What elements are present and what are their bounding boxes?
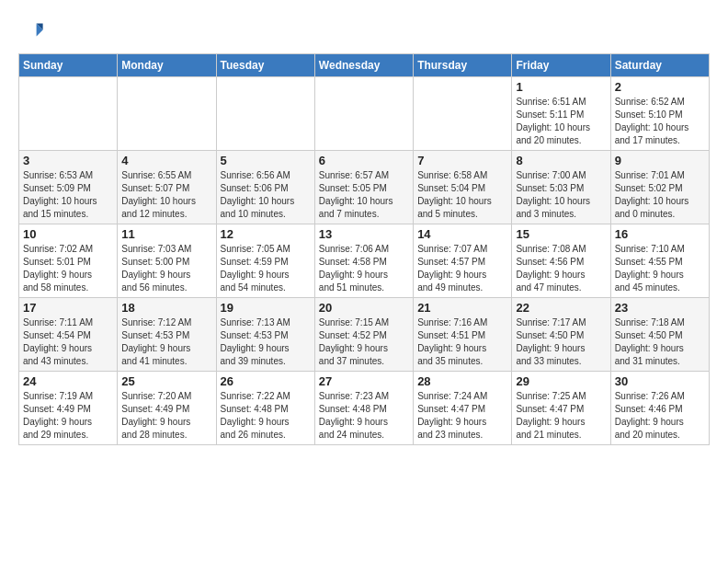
day-header-friday: Friday xyxy=(512,54,610,77)
calendar-cell: 13Sunrise: 7:06 AMSunset: 4:58 PMDayligh… xyxy=(314,224,413,298)
calendar-cell: 11Sunrise: 7:03 AMSunset: 5:00 PMDayligh… xyxy=(118,224,216,298)
day-info: Sunrise: 7:20 AMSunset: 4:49 PMDaylight:… xyxy=(121,390,211,442)
calendar-cell: 5Sunrise: 6:56 AMSunset: 5:06 PMDaylight… xyxy=(216,151,314,224)
day-number: 8 xyxy=(516,154,606,167)
day-info: Sunrise: 6:51 AMSunset: 5:11 PMDaylight:… xyxy=(516,96,606,147)
day-info: Sunrise: 6:58 AMSunset: 5:04 PMDaylight:… xyxy=(417,169,507,221)
day-info: Sunrise: 7:18 AMSunset: 4:50 PMDaylight:… xyxy=(615,316,705,368)
day-number: 7 xyxy=(417,154,507,167)
day-header-monday: Monday xyxy=(118,54,216,77)
day-info: Sunrise: 7:24 AMSunset: 4:47 PMDaylight:… xyxy=(417,390,507,442)
calendar-cell: 12Sunrise: 7:05 AMSunset: 4:59 PMDayligh… xyxy=(216,224,314,298)
day-number: 27 xyxy=(319,374,409,388)
calendar-week-3: 10Sunrise: 7:02 AMSunset: 5:01 PMDayligh… xyxy=(19,224,710,298)
day-info: Sunrise: 6:56 AMSunset: 5:06 PMDaylight:… xyxy=(221,169,311,221)
day-number: 22 xyxy=(516,301,606,315)
day-number: 4 xyxy=(121,154,211,167)
day-number: 14 xyxy=(417,227,507,241)
calendar-cell: 6Sunrise: 6:57 AMSunset: 5:05 PMDaylight… xyxy=(314,151,413,224)
day-header-thursday: Thursday xyxy=(414,54,512,77)
calendar-cell xyxy=(414,77,512,151)
calendar-cell: 15Sunrise: 7:08 AMSunset: 4:56 PMDayligh… xyxy=(512,224,610,298)
calendar-cell: 2Sunrise: 6:52 AMSunset: 5:10 PMDaylight… xyxy=(610,77,709,151)
calendar-week-5: 24Sunrise: 7:19 AMSunset: 4:49 PMDayligh… xyxy=(19,372,710,445)
day-number: 6 xyxy=(319,154,409,167)
day-number: 30 xyxy=(615,374,705,388)
calendar-cell: 28Sunrise: 7:24 AMSunset: 4:47 PMDayligh… xyxy=(414,372,512,445)
day-number: 19 xyxy=(221,301,311,315)
day-info: Sunrise: 7:12 AMSunset: 4:53 PMDaylight:… xyxy=(121,316,211,368)
day-info: Sunrise: 7:26 AMSunset: 4:46 PMDaylight:… xyxy=(615,390,705,442)
calendar-cell: 7Sunrise: 6:58 AMSunset: 5:04 PMDaylight… xyxy=(414,151,512,224)
day-number: 29 xyxy=(516,374,606,388)
day-number: 16 xyxy=(615,227,705,241)
calendar-cell: 4Sunrise: 6:55 AMSunset: 5:07 PMDaylight… xyxy=(118,151,216,224)
calendar-cell xyxy=(19,77,118,151)
day-number: 12 xyxy=(221,227,311,241)
day-number: 26 xyxy=(221,374,311,388)
day-number: 15 xyxy=(516,227,606,241)
day-info: Sunrise: 6:57 AMSunset: 5:05 PMDaylight:… xyxy=(319,169,409,221)
day-info: Sunrise: 7:10 AMSunset: 4:55 PMDaylight:… xyxy=(615,243,705,294)
day-info: Sunrise: 7:25 AMSunset: 4:47 PMDaylight:… xyxy=(516,390,606,442)
calendar-cell xyxy=(314,77,413,151)
logo-icon xyxy=(18,18,44,44)
calendar-cell: 14Sunrise: 7:07 AMSunset: 4:57 PMDayligh… xyxy=(414,224,512,298)
header xyxy=(18,18,710,44)
day-info: Sunrise: 7:13 AMSunset: 4:53 PMDaylight:… xyxy=(221,316,311,368)
day-info: Sunrise: 7:06 AMSunset: 4:58 PMDaylight:… xyxy=(319,243,409,294)
day-info: Sunrise: 7:03 AMSunset: 5:00 PMDaylight:… xyxy=(121,243,211,294)
calendar-cell: 3Sunrise: 6:53 AMSunset: 5:09 PMDaylight… xyxy=(19,151,118,224)
day-info: Sunrise: 7:07 AMSunset: 4:57 PMDaylight:… xyxy=(417,243,507,294)
calendar-cell: 1Sunrise: 6:51 AMSunset: 5:11 PMDaylight… xyxy=(512,77,610,151)
calendar-cell: 9Sunrise: 7:01 AMSunset: 5:02 PMDaylight… xyxy=(610,151,709,224)
calendar-cell: 26Sunrise: 7:22 AMSunset: 4:48 PMDayligh… xyxy=(216,372,314,445)
page: SundayMondayTuesdayWednesdayThursdayFrid… xyxy=(0,0,728,454)
day-number: 21 xyxy=(417,301,507,315)
calendar-week-1: 1Sunrise: 6:51 AMSunset: 5:11 PMDaylight… xyxy=(19,77,710,151)
day-number: 25 xyxy=(121,374,211,388)
day-info: Sunrise: 7:05 AMSunset: 4:59 PMDaylight:… xyxy=(221,243,311,294)
calendar-cell xyxy=(118,77,216,151)
calendar-cell: 25Sunrise: 7:20 AMSunset: 4:49 PMDayligh… xyxy=(118,372,216,445)
day-info: Sunrise: 7:00 AMSunset: 5:03 PMDaylight:… xyxy=(516,169,606,221)
calendar-cell: 27Sunrise: 7:23 AMSunset: 4:48 PMDayligh… xyxy=(314,372,413,445)
day-info: Sunrise: 7:16 AMSunset: 4:51 PMDaylight:… xyxy=(417,316,507,368)
day-number: 28 xyxy=(417,374,507,388)
day-info: Sunrise: 7:15 AMSunset: 4:52 PMDaylight:… xyxy=(319,316,409,368)
calendar-cell: 21Sunrise: 7:16 AMSunset: 4:51 PMDayligh… xyxy=(414,298,512,372)
calendar-cell: 16Sunrise: 7:10 AMSunset: 4:55 PMDayligh… xyxy=(610,224,709,298)
calendar-week-2: 3Sunrise: 6:53 AMSunset: 5:09 PMDaylight… xyxy=(19,151,710,224)
day-number: 1 xyxy=(516,80,606,94)
calendar-cell: 22Sunrise: 7:17 AMSunset: 4:50 PMDayligh… xyxy=(512,298,610,372)
day-info: Sunrise: 7:08 AMSunset: 4:56 PMDaylight:… xyxy=(516,243,606,294)
calendar-header-row: SundayMondayTuesdayWednesdayThursdayFrid… xyxy=(19,54,710,77)
day-info: Sunrise: 7:02 AMSunset: 5:01 PMDaylight:… xyxy=(23,243,113,294)
day-info: Sunrise: 6:55 AMSunset: 5:07 PMDaylight:… xyxy=(121,169,211,221)
day-number: 9 xyxy=(615,154,705,167)
day-header-sunday: Sunday xyxy=(19,54,118,77)
calendar-cell: 18Sunrise: 7:12 AMSunset: 4:53 PMDayligh… xyxy=(118,298,216,372)
calendar-cell: 19Sunrise: 7:13 AMSunset: 4:53 PMDayligh… xyxy=(216,298,314,372)
day-info: Sunrise: 6:52 AMSunset: 5:10 PMDaylight:… xyxy=(615,96,705,147)
calendar-cell xyxy=(216,77,314,151)
day-info: Sunrise: 6:53 AMSunset: 5:09 PMDaylight:… xyxy=(23,169,113,221)
day-info: Sunrise: 7:22 AMSunset: 4:48 PMDaylight:… xyxy=(221,390,311,442)
day-number: 23 xyxy=(615,301,705,315)
day-number: 11 xyxy=(121,227,211,241)
day-info: Sunrise: 7:23 AMSunset: 4:48 PMDaylight:… xyxy=(319,390,409,442)
day-number: 20 xyxy=(319,301,409,315)
calendar-cell: 30Sunrise: 7:26 AMSunset: 4:46 PMDayligh… xyxy=(610,372,709,445)
calendar-cell: 8Sunrise: 7:00 AMSunset: 5:03 PMDaylight… xyxy=(512,151,610,224)
day-info: Sunrise: 7:19 AMSunset: 4:49 PMDaylight:… xyxy=(23,390,113,442)
day-number: 5 xyxy=(221,154,311,167)
calendar-cell: 20Sunrise: 7:15 AMSunset: 4:52 PMDayligh… xyxy=(314,298,413,372)
calendar-cell: 10Sunrise: 7:02 AMSunset: 5:01 PMDayligh… xyxy=(19,224,118,298)
day-number: 17 xyxy=(23,301,113,315)
day-header-tuesday: Tuesday xyxy=(216,54,314,77)
day-header-saturday: Saturday xyxy=(610,54,709,77)
day-number: 3 xyxy=(23,154,113,167)
day-number: 24 xyxy=(23,374,113,388)
calendar-cell: 17Sunrise: 7:11 AMSunset: 4:54 PMDayligh… xyxy=(19,298,118,372)
day-info: Sunrise: 7:01 AMSunset: 5:02 PMDaylight:… xyxy=(615,169,705,221)
